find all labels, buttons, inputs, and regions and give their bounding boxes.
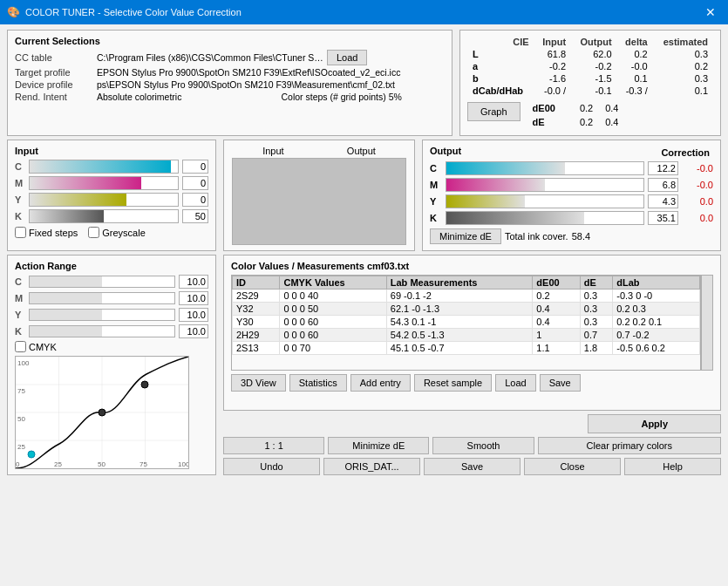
output-c-value[interactable]: [648, 161, 678, 175]
undo-button[interactable]: Undo: [223, 458, 320, 475]
cv-row[interactable]: Y30 0 0 0 60 54.3 0.1 -1 0.4 0.3 0.2 0.2…: [233, 316, 700, 329]
input-m-label: M: [15, 178, 25, 188]
clear-primary-button[interactable]: Clear primary colors: [538, 437, 721, 454]
svg-text:100: 100: [178, 460, 188, 468]
ar-y-value[interactable]: [179, 308, 208, 322]
cmyk-checkbox[interactable]: CMYK: [15, 341, 208, 352]
apply-button[interactable]: Apply: [588, 414, 721, 433]
scrollbar[interactable]: [701, 275, 713, 371]
cc-table-load-button[interactable]: Load: [327, 50, 367, 65]
input-m-value[interactable]: [182, 176, 208, 190]
action-range-title: Action Range: [15, 261, 208, 271]
statistics-button[interactable]: Statistics: [289, 374, 347, 392]
cv-col-lab: Lab Measurements: [386, 276, 533, 290]
output-y-value[interactable]: [648, 194, 678, 208]
output-k-label: K: [430, 213, 442, 223]
svg-text:75: 75: [139, 460, 147, 468]
target-profile-value: EPSON Stylus Pro 9900\SpotOn SM210 F39\E…: [97, 67, 445, 78]
input-c-label: C: [15, 161, 25, 172]
fixed-steps-checkbox[interactable]: Fixed steps: [15, 227, 78, 238]
rend-intent-label: Rend. Intent: [15, 92, 93, 102]
color-steps-value: Color steps (# grid points) 5%: [282, 92, 446, 102]
cv-row[interactable]: 2S13 0 0 70 45.1 0.5 -0.7 1.1 1.8 -0.5 0…: [233, 342, 700, 355]
close-button-footer[interactable]: Close: [524, 458, 621, 475]
input-k-track[interactable]: [29, 209, 179, 223]
greyscale-checkbox[interactable]: Greyscale: [88, 227, 146, 238]
output-y-correction: 0.0: [682, 196, 713, 207]
output-c-track[interactable]: [446, 161, 644, 175]
input-k-value[interactable]: [182, 209, 208, 223]
minimize-de-bottom-button[interactable]: Minimize dE: [328, 437, 429, 454]
target-profile-label: Target profile: [15, 67, 93, 78]
output-k-track[interactable]: [446, 211, 644, 225]
svg-text:75: 75: [17, 387, 25, 395]
ar-k-track[interactable]: [29, 325, 175, 337]
oris-dat-button[interactable]: ORIS_DAT...: [323, 458, 420, 475]
cv-col-de: dE: [580, 276, 612, 290]
curve-canvas[interactable]: 100 75 50 25 0 25 50 75 100: [15, 356, 189, 469]
cv-save-button[interactable]: Save: [540, 374, 581, 392]
input-y-label: Y: [15, 194, 25, 205]
cie-row-b: b -1.6 -1.5 0.1 0.3: [467, 72, 713, 85]
minimize-de-button[interactable]: Minimize dE: [430, 228, 501, 244]
output-panel-title: Output: [430, 146, 461, 156]
app-icon: 🎨: [7, 6, 20, 18]
3d-view-button[interactable]: 3D View: [231, 374, 286, 392]
color-values-title: Color Values / Measurements cmf03.txt: [231, 261, 713, 271]
input-c-track[interactable]: [29, 160, 179, 174]
cv-row[interactable]: 2S29 0 0 0 40 69 -0.1 -2 0.2 0.3 -0.3 0 …: [233, 290, 700, 303]
output-k-value[interactable]: [648, 211, 678, 225]
total-ink-value: 58.4: [572, 231, 590, 242]
title-text: COLOR TUNER - Selective Color Value Corr…: [25, 7, 242, 17]
svg-text:0: 0: [16, 460, 20, 468]
graph-button[interactable]: Graph: [467, 102, 520, 121]
help-button[interactable]: Help: [624, 458, 721, 475]
svg-point-14: [28, 451, 35, 458]
cie-col-output: Output: [571, 36, 617, 48]
cv-col-dlab: dLab: [613, 276, 700, 290]
cie-col-cie: CIE: [467, 36, 534, 48]
close-button[interactable]: ✕: [700, 3, 721, 21]
cv-col-de00: dE00: [533, 276, 580, 290]
ar-y-track[interactable]: [29, 309, 175, 321]
cc-table-label: CC table: [15, 52, 93, 63]
reset-sample-button[interactable]: Reset sample: [414, 374, 492, 392]
output-m-correction: -0.0: [682, 180, 713, 190]
ar-c-value[interactable]: [179, 275, 208, 289]
input-m-track[interactable]: [29, 176, 179, 190]
device-profile-value: ps\EPSON Stylus Pro 9900\SpotOn SM210 F3…: [97, 79, 445, 90]
input-y-track[interactable]: [29, 193, 179, 207]
cie-col-delta: delta: [617, 36, 653, 48]
input-y-value[interactable]: [182, 193, 208, 207]
cv-load-button[interactable]: Load: [495, 374, 535, 392]
cv-row[interactable]: Y32 0 0 0 50 62.1 -0 -1.3 0.4 0.3 0.2 0.…: [233, 303, 700, 316]
output-c-correction: -0.0: [682, 163, 713, 174]
preview-input-label: Input: [262, 146, 283, 156]
svg-text:50: 50: [17, 415, 25, 423]
ar-m-label: M: [15, 293, 25, 303]
cc-table-value: C:\Program Files (x86)\CGS\Common Files\…: [97, 52, 323, 63]
footer-save-button[interactable]: Save: [424, 458, 520, 475]
ar-m-value[interactable]: [179, 291, 208, 305]
ar-k-label: K: [15, 326, 25, 337]
output-m-track[interactable]: [446, 178, 644, 192]
ratio-button[interactable]: 1 : 1: [223, 437, 324, 454]
smooth-button[interactable]: Smooth: [432, 437, 534, 454]
cv-row[interactable]: 2H29 0 0 0 60 54.2 0.5 -1.3 1 0.7 0.7 -0…: [233, 329, 700, 342]
ar-k-value[interactable]: [179, 324, 208, 338]
preview-box: [232, 158, 406, 245]
title-bar: 🎨 COLOR TUNER - Selective Color Value Co…: [0, 0, 728, 24]
ar-m-track[interactable]: [29, 292, 175, 304]
svg-text:25: 25: [54, 460, 62, 468]
input-k-label: K: [15, 211, 25, 221]
input-c-value[interactable]: [182, 160, 208, 174]
ar-c-label: C: [15, 276, 25, 287]
output-c-label: C: [430, 163, 442, 174]
output-y-track[interactable]: [446, 194, 644, 208]
cie-col-estimated: estimated: [653, 36, 713, 48]
output-m-value[interactable]: [648, 178, 678, 192]
output-m-label: M: [430, 180, 442, 190]
add-entry-button[interactable]: Add entry: [350, 374, 411, 392]
input-panel-title: Input: [15, 146, 208, 156]
ar-c-track[interactable]: [29, 276, 175, 288]
